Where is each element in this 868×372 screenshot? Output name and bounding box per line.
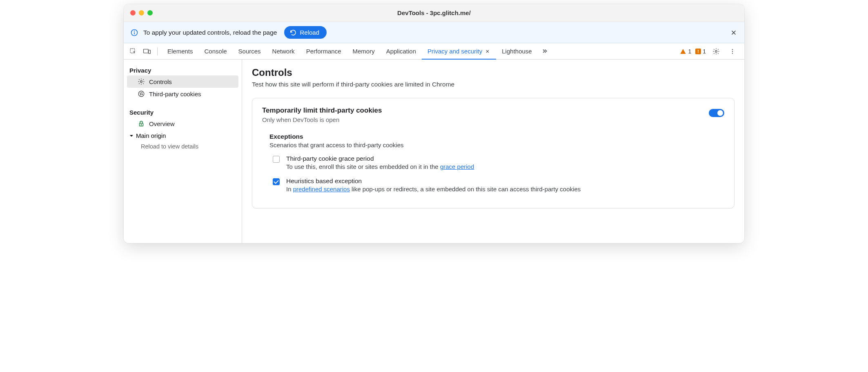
card-caption: Only when DevTools is open xyxy=(262,116,382,123)
sidebar-item-label: Main origin xyxy=(136,132,166,139)
tab-label: Application xyxy=(386,48,416,55)
exception-heuristics: Heuristics based exception In predefined… xyxy=(273,177,724,193)
more-tabs-button[interactable] xyxy=(538,43,552,59)
infobar-close-button[interactable] xyxy=(730,29,738,37)
tab-close-button[interactable] xyxy=(485,49,490,54)
toolbar-right: 1 ! 1 xyxy=(680,45,741,58)
device-toggle-button[interactable] xyxy=(141,45,153,58)
card-title: Temporarily limit third-party cookies xyxy=(262,106,382,115)
svg-point-12 xyxy=(140,93,141,94)
traffic-lights xyxy=(130,10,153,16)
main-panel: Controls Test how this site will perform… xyxy=(242,60,744,243)
exception-desc-text: In xyxy=(286,186,293,193)
warnings-badge[interactable]: 1 xyxy=(680,48,691,55)
svg-point-10 xyxy=(140,81,142,83)
devtools-toolbar: Elements Console Sources Network Perform… xyxy=(124,43,744,60)
tab-label: Network xyxy=(272,48,295,55)
exception-label: Heuristics based exception xyxy=(286,177,581,185)
tab-label: Elements xyxy=(167,48,193,55)
exception-desc: In predefined scenarios like pop-ups or … xyxy=(286,186,581,193)
lock-icon xyxy=(138,120,145,127)
infobar-message: To apply your updated controls, reload t… xyxy=(143,29,277,36)
heuristics-checkbox[interactable] xyxy=(273,178,280,185)
issues-count: 1 xyxy=(703,48,706,55)
svg-point-2 xyxy=(134,31,135,31)
svg-point-14 xyxy=(140,95,141,95)
chevron-down-icon xyxy=(129,134,134,138)
minimize-window-button[interactable] xyxy=(139,10,144,16)
tab-label: Memory xyxy=(353,48,375,55)
reload-icon xyxy=(290,29,296,36)
tab-label: Privacy and security xyxy=(427,48,482,55)
warnings-count: 1 xyxy=(688,48,691,55)
predefined-scenarios-link[interactable]: predefined scenarios xyxy=(293,186,350,193)
svg-point-8 xyxy=(732,51,733,51)
info-icon xyxy=(130,29,138,37)
issues-badge[interactable]: ! 1 xyxy=(695,48,706,55)
content-area: Privacy Controls Third-party cookies Sec… xyxy=(124,60,744,243)
svg-point-7 xyxy=(732,49,733,50)
exception-grace-period: Third-party cookie grace period To use t… xyxy=(273,155,724,170)
grace-period-link[interactable]: grace period xyxy=(440,163,474,170)
tab-performance[interactable]: Performance xyxy=(300,43,347,59)
sidebar: Privacy Controls Third-party cookies Sec… xyxy=(124,60,242,243)
limit-cookies-toggle[interactable] xyxy=(709,109,724,117)
tab-memory[interactable]: Memory xyxy=(347,43,381,59)
svg-point-17 xyxy=(141,124,142,125)
tab-privacy-security[interactable]: Privacy and security xyxy=(422,43,496,59)
titlebar: DevTools - 3pc.glitch.me/ xyxy=(124,4,744,22)
svg-point-15 xyxy=(142,94,143,95)
reload-infobar: To apply your updated controls, reload t… xyxy=(124,22,744,43)
window-title: DevTools - 3pc.glitch.me/ xyxy=(130,9,738,16)
svg-point-13 xyxy=(142,93,142,93)
exception-desc-text: like pop-ups or redirects, a site embedd… xyxy=(350,186,581,193)
inspect-element-button[interactable] xyxy=(127,45,139,58)
tab-elements[interactable]: Elements xyxy=(162,43,199,59)
svg-rect-4 xyxy=(144,49,149,53)
tab-label: Console xyxy=(205,48,227,55)
sidebar-item-main-origin[interactable]: Main origin xyxy=(124,130,242,142)
settings-button[interactable] xyxy=(710,45,722,58)
exception-label: Third-party cookie grace period xyxy=(286,155,474,162)
tab-application[interactable]: Application xyxy=(381,43,422,59)
exception-desc-text: To use this, enroll this site or sites e… xyxy=(286,163,440,170)
tab-sources[interactable]: Sources xyxy=(233,43,267,59)
svg-point-9 xyxy=(732,53,733,53)
tab-network[interactable]: Network xyxy=(267,43,300,59)
tab-label: Lighthouse xyxy=(502,48,532,55)
panel-tabs: Elements Console Sources Network Perform… xyxy=(162,43,552,59)
reload-button-label: Reload xyxy=(300,29,319,36)
grace-period-checkbox[interactable] xyxy=(273,156,280,163)
limit-cookies-card: Temporarily limit third-party cookies On… xyxy=(252,98,734,208)
exceptions-title: Exceptions xyxy=(269,133,724,140)
sidebar-item-label: Overview xyxy=(149,120,175,127)
more-menu-button[interactable] xyxy=(726,45,739,58)
sidebar-item-label: Third-party cookies xyxy=(149,91,201,97)
page-subheading: Test how this site will perform if third… xyxy=(252,81,734,88)
sidebar-item-overview[interactable]: Overview xyxy=(124,117,242,130)
cookie-icon xyxy=(138,90,145,97)
gear-icon xyxy=(138,78,145,85)
warning-icon xyxy=(680,48,686,55)
sidebar-privacy-heading: Privacy xyxy=(124,64,242,75)
tab-label: Performance xyxy=(306,48,341,55)
reload-button[interactable]: Reload xyxy=(284,26,327,39)
close-window-button[interactable] xyxy=(130,10,136,16)
exceptions-section: Exceptions Scenarios that grant access t… xyxy=(269,133,724,193)
toolbar-divider xyxy=(157,47,158,55)
sidebar-item-label: Controls xyxy=(149,78,172,85)
tab-label: Sources xyxy=(238,48,261,55)
maximize-window-button[interactable] xyxy=(147,10,153,16)
devtools-window: DevTools - 3pc.glitch.me/ To apply your … xyxy=(124,4,744,243)
issue-icon: ! xyxy=(695,49,701,54)
svg-point-6 xyxy=(715,50,717,52)
sidebar-item-third-party-cookies[interactable]: Third-party cookies xyxy=(124,88,242,100)
tab-lighthouse[interactable]: Lighthouse xyxy=(496,43,537,59)
sidebar-item-controls[interactable]: Controls xyxy=(127,75,238,88)
page-heading: Controls xyxy=(252,67,734,78)
exception-desc: To use this, enroll this site or sites e… xyxy=(286,163,474,170)
svg-rect-5 xyxy=(149,50,151,53)
sidebar-reload-detail: Reload to view details xyxy=(124,142,242,151)
tab-console[interactable]: Console xyxy=(199,43,233,59)
exceptions-subtitle: Scenarios that grant access to third-par… xyxy=(269,142,724,148)
